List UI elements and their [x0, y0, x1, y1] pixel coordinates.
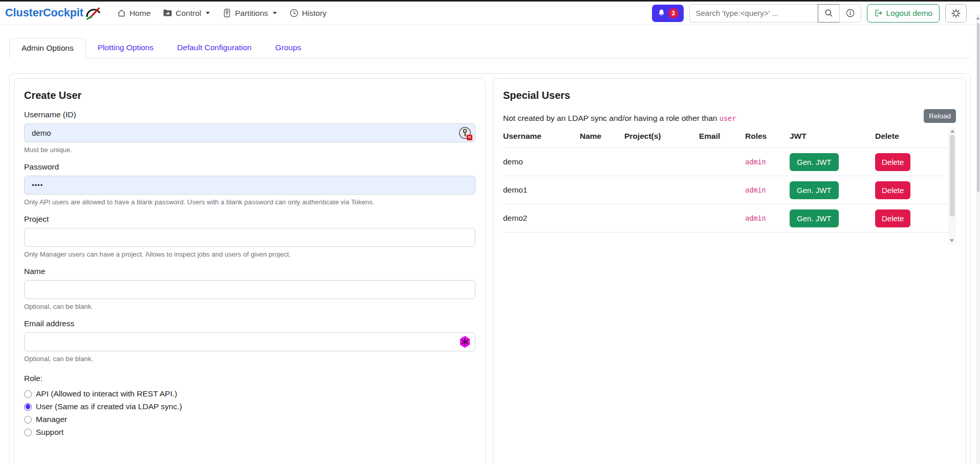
- settings-button[interactable]: [945, 4, 967, 23]
- username-input[interactable]: [24, 123, 475, 142]
- special-users-description: Not created by an LDAP sync and/or havin…: [503, 114, 736, 123]
- clock-icon: [289, 8, 299, 18]
- gen-jwt-button[interactable]: Gen. JWT: [790, 153, 839, 171]
- folder-symlink-icon: [163, 8, 172, 18]
- magnifier-icon: [824, 8, 834, 18]
- password-input[interactable]: [24, 176, 475, 195]
- nav-item-home[interactable]: Home: [117, 8, 150, 18]
- delete-user-button[interactable]: Delete: [875, 153, 910, 171]
- delete-user-button[interactable]: Delete: [875, 181, 910, 199]
- project-help: Only Manager users can have a project. A…: [24, 250, 475, 258]
- tab-admin-options[interactable]: Admin Options: [9, 38, 86, 58]
- project-label: Project: [24, 215, 475, 224]
- cell-name: [580, 204, 624, 233]
- user-role-code: user: [720, 114, 736, 122]
- password-help: Only API users are allowed to have a bla…: [24, 198, 475, 206]
- scroll-up-arrow-icon[interactable]: [976, 17, 979, 19]
- nav-label: Partitions: [235, 9, 268, 18]
- navbar-right: 3: [652, 4, 967, 23]
- table-scrollbar-thumb[interactable]: [950, 135, 955, 217]
- email-label: Email address: [24, 319, 475, 328]
- password-label: Password: [24, 162, 475, 172]
- col-delete: Delete: [875, 128, 948, 148]
- red-x-badge: ✕: [467, 135, 472, 140]
- tab-default-configuration[interactable]: Default Configuration: [165, 38, 264, 58]
- project-input[interactable]: [24, 228, 475, 247]
- page-scrollbar[interactable]: [976, 14, 980, 464]
- cell-roles: admin: [745, 148, 790, 176]
- create-user-title: Create User: [24, 90, 475, 101]
- gen-jwt-button[interactable]: Gen. JWT: [790, 209, 839, 227]
- search-button[interactable]: [818, 4, 840, 23]
- tab-plotting-options[interactable]: Plotting Options: [86, 38, 165, 58]
- username-label: Username (ID): [24, 110, 475, 119]
- email-help: Optional, can be blank.: [24, 355, 475, 363]
- cell-name: [580, 176, 624, 204]
- nav-menu: Home Control Partitions: [117, 8, 326, 18]
- cell-username: demo2: [503, 204, 580, 233]
- gen-jwt-button[interactable]: Gen. JWT: [790, 181, 839, 199]
- reload-button[interactable]: Reload: [924, 109, 956, 123]
- special-users-panel: Special Users Not created by an LDAP syn…: [493, 78, 966, 464]
- name-help: Optional, can be blank.: [24, 303, 475, 310]
- nav-item-partitions[interactable]: Partitions: [222, 8, 277, 18]
- search-input[interactable]: [689, 4, 818, 23]
- brand-logo[interactable]: ClusterCockpit: [5, 6, 101, 20]
- notifications-button[interactable]: 3: [652, 5, 684, 22]
- radio-unchecked-icon[interactable]: [24, 416, 32, 424]
- notification-badge: 3: [668, 8, 679, 18]
- gauge-icon: [85, 6, 101, 20]
- cell-email: [699, 148, 745, 176]
- password-generator-hexagon-icon[interactable]: [460, 335, 470, 348]
- cell-username: demo: [503, 148, 580, 176]
- delete-user-button[interactable]: Delete: [875, 209, 910, 227]
- email-input[interactable]: [24, 332, 475, 351]
- role-label: Role:: [24, 374, 475, 383]
- navbar: ClusterCockpit Home Control: [0, 2, 980, 25]
- cell-projects: [624, 148, 699, 176]
- nav-item-history[interactable]: History: [289, 8, 326, 18]
- cell-roles: admin: [745, 204, 790, 233]
- page-scrollbar-thumb[interactable]: [977, 23, 979, 192]
- password-manager-key-icon[interactable]: ✕: [459, 126, 471, 139]
- col-projects: Project(s): [624, 128, 699, 148]
- nav-label: Control: [176, 9, 201, 18]
- tab-groups[interactable]: Groups: [264, 38, 313, 58]
- bell-icon: [657, 9, 666, 17]
- name-input[interactable]: [24, 280, 475, 299]
- name-label: Name: [24, 267, 475, 276]
- role-option-label: Support: [36, 427, 63, 437]
- role-option-user[interactable]: User (Same as if created via LDAP sync.): [24, 402, 475, 412]
- logout-label: Logout demo: [886, 9, 933, 18]
- cell-projects: [624, 204, 699, 233]
- scroll-up-arrow-icon[interactable]: [950, 130, 954, 133]
- role-option-manager[interactable]: Manager: [24, 414, 475, 425]
- logout-button[interactable]: Logout demo: [867, 4, 940, 23]
- col-roles: Roles: [745, 128, 790, 148]
- role-option-support[interactable]: Support: [24, 427, 475, 437]
- table-row: demo admin Gen. JWT Delete: [503, 148, 948, 176]
- radio-unchecked-icon[interactable]: [24, 390, 32, 398]
- search-info-button[interactable]: [839, 4, 861, 23]
- col-jwt: JWT: [790, 128, 875, 148]
- radio-unchecked-icon[interactable]: [24, 429, 32, 436]
- nav-label: Home: [129, 9, 150, 18]
- logout-icon: [874, 9, 883, 17]
- radio-checked-icon[interactable]: [24, 403, 32, 411]
- table-header-row: Username Name Project(s) Email Roles JWT…: [503, 128, 948, 148]
- cell-email: [699, 204, 745, 233]
- cell-email: [699, 176, 745, 204]
- role-option-api[interactable]: API (Allowed to interact with REST API.): [24, 389, 475, 399]
- table-row: demo2 admin Gen. JWT Delete: [503, 204, 948, 233]
- chevron-down-icon: [273, 12, 277, 14]
- cell-projects: [624, 176, 699, 204]
- home-icon: [117, 8, 126, 18]
- table-scrollbar[interactable]: [948, 128, 956, 244]
- table-row: demo1 admin Gen. JWT Delete: [503, 176, 948, 204]
- nav-label: History: [302, 9, 326, 18]
- nav-item-control[interactable]: Control: [163, 8, 210, 18]
- description-text: Not created by an LDAP sync and/or havin…: [503, 114, 720, 122]
- role-option-label: API (Allowed to interact with REST API.): [36, 389, 177, 399]
- scroll-down-arrow-icon[interactable]: [950, 239, 954, 242]
- brand-text: ClusterCockpit: [5, 7, 83, 19]
